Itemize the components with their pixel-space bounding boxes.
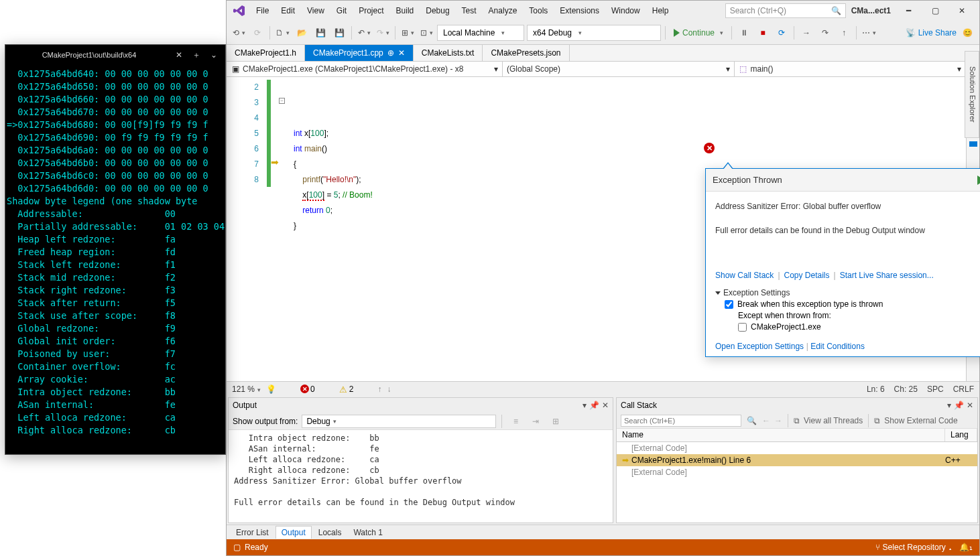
terminal-tab-close-icon[interactable]: ✕	[173, 49, 185, 61]
error-glyph-icon[interactable]: ✕	[704, 143, 715, 153]
eol-indicator[interactable]: CRLF	[953, 385, 974, 394]
terminal-tab-title[interactable]: CMakeProject1\out\build\x64	[11, 51, 168, 59]
indent-indicator[interactable]: SPC	[927, 385, 944, 394]
terminal-chevron-down-icon[interactable]: ⌄	[208, 49, 220, 61]
output-wrap-icon[interactable]: ⇥	[528, 413, 544, 429]
prev-issue-icon[interactable]: ↑	[377, 385, 381, 394]
line-indicator[interactable]: Ln: 6	[867, 385, 885, 394]
tool-tab-output[interactable]: Output	[275, 526, 312, 539]
menu-help[interactable]: Help	[647, 4, 674, 17]
callstack-row[interactable]: ➡CMakeProject1.exe!main() Line 6C++	[617, 454, 977, 466]
pin-icon[interactable]: ⊕	[387, 48, 394, 58]
save-button[interactable]: 💾	[312, 25, 328, 41]
except-item-checkbox[interactable]	[738, 323, 747, 332]
exception-continue-icon[interactable]	[977, 176, 980, 185]
health-icon[interactable]: 💡	[266, 385, 276, 394]
tab-close-icon[interactable]: ✕	[398, 48, 405, 58]
nav-project-combo[interactable]: ▣ CMakeProject1.exe (CMakeProject1\CMake…	[227, 62, 503, 76]
target-combo[interactable]: Local Machine	[437, 25, 524, 41]
nav-member-combo[interactable]: ⬚ main()▾	[735, 62, 967, 76]
callstack-search-input[interactable]	[621, 415, 741, 427]
terminal-titlebar[interactable]: CMakeProject1\out\build\x64 ✕ ＋ ⌄	[5, 45, 225, 65]
col-indicator[interactable]: Ch: 25	[894, 385, 918, 394]
save-all-button[interactable]: 💾	[331, 25, 347, 41]
break-checkbox[interactable]	[725, 300, 733, 309]
solution-name[interactable]: CMa...ect1	[851, 6, 891, 15]
menu-view[interactable]: View	[302, 4, 330, 17]
continue-button[interactable]: Continue	[670, 28, 727, 38]
collapse-icon[interactable]: −	[279, 98, 285, 104]
notifications-icon[interactable]: 🔔₁	[959, 543, 973, 552]
nav-back-icon[interactable]: ←	[762, 416, 770, 425]
pause-button[interactable]: ⏸	[736, 25, 752, 41]
process-combo[interactable]: ⋯	[861, 25, 877, 41]
menu-git[interactable]: Git	[331, 4, 352, 17]
forward-button[interactable]: ⟳	[249, 25, 265, 41]
open-exception-settings-link[interactable]: Open Exception Settings	[715, 342, 804, 351]
feedback-icon[interactable]: 😊	[959, 25, 975, 41]
dropdown-icon[interactable]: ▾	[583, 401, 587, 410]
new-item-button[interactable]: 🗋	[274, 25, 291, 41]
output-source-combo[interactable]: Debug	[302, 415, 496, 428]
open-button[interactable]: 📂	[294, 25, 310, 41]
minimize-button[interactable]: ━	[896, 3, 920, 18]
menu-debug[interactable]: Debug	[420, 4, 454, 17]
doc-tab[interactable]: CMakeProject1.h	[227, 45, 305, 61]
show-external-button[interactable]: Show External Code	[884, 416, 957, 425]
menu-extensions[interactable]: Extensions	[554, 4, 605, 17]
dropdown-icon[interactable]: ▾	[947, 401, 951, 410]
step-over-button[interactable]: ↷	[817, 25, 833, 41]
stop-button[interactable]: ■	[755, 25, 771, 41]
nav-scope-combo[interactable]: (Global Scope)▾	[503, 62, 735, 76]
col-lang[interactable]: Lang	[945, 429, 977, 441]
menu-edit[interactable]: Edit	[275, 4, 300, 17]
live-share-button[interactable]: 📡 Live Share	[906, 28, 957, 38]
live-share-link[interactable]: Start Live Share session...	[840, 271, 934, 280]
menu-analyze[interactable]: Analyze	[483, 4, 523, 17]
restart-button[interactable]: ⟳	[774, 25, 790, 41]
view-threads-button[interactable]: View all Threads	[804, 416, 863, 425]
output-toggle-icon[interactable]: ⊞	[548, 413, 564, 429]
global-search-input[interactable]: Search (Ctrl+Q) 🔍	[725, 3, 846, 18]
tool-tab-watch-1[interactable]: Watch 1	[348, 527, 388, 539]
pin-icon[interactable]: 📌	[589, 401, 599, 410]
nav-fwd-icon[interactable]: →	[774, 416, 782, 425]
output-text[interactable]: Intra object redzone: bb ASan internal: …	[229, 430, 613, 523]
panel-close-icon[interactable]: ✕	[602, 401, 609, 410]
step-out-button[interactable]: ↑	[836, 25, 852, 41]
doc-tab[interactable]: CMakePresets.json	[483, 45, 569, 61]
step-into-button[interactable]: →	[798, 25, 814, 41]
undo-button[interactable]: ↶	[356, 25, 372, 41]
doc-tab[interactable]: CMakeProject1.cpp ⊕ ✕	[305, 45, 414, 61]
edit-conditions-link[interactable]: Edit Conditions	[810, 342, 865, 351]
show-call-stack-link[interactable]: Show Call Stack	[715, 271, 774, 280]
output-clear-icon[interactable]: ≡	[507, 413, 524, 429]
menu-window[interactable]: Window	[606, 4, 646, 17]
callstack-row[interactable]: [External Code]	[617, 442, 977, 454]
redo-button[interactable]: ↷	[375, 25, 391, 41]
menu-file[interactable]: File	[251, 4, 274, 17]
pin-icon[interactable]: 📌	[954, 401, 964, 410]
solution-explorer-tab[interactable]: Solution Explorer	[965, 51, 979, 138]
menu-tools[interactable]: Tools	[524, 4, 553, 17]
col-name[interactable]: Name	[617, 429, 945, 441]
copy-details-link[interactable]: Copy Details	[784, 271, 830, 280]
exception-settings-header[interactable]: Exception Settings	[715, 288, 980, 297]
maximize-button[interactable]: ▢	[923, 3, 947, 18]
tool-tab-locals[interactable]: Locals	[313, 527, 347, 539]
tool-tab-error-list[interactable]: Error List	[231, 527, 274, 539]
close-button[interactable]: ✕	[950, 3, 974, 18]
terminal-new-tab-icon[interactable]: ＋	[190, 49, 202, 61]
panel-close-icon[interactable]: ✕	[967, 401, 973, 410]
menu-test[interactable]: Test	[456, 4, 482, 17]
config-combo[interactable]: x64 Debug	[527, 25, 661, 41]
zoom-combo[interactable]: 121 %	[232, 385, 261, 394]
menu-build[interactable]: Build	[391, 4, 420, 17]
doc-tab[interactable]: CMakeLists.txt	[414, 45, 483, 61]
back-button[interactable]: ⟲	[231, 25, 247, 41]
startup-item-button[interactable]: ⊡	[418, 25, 434, 41]
select-repository-button[interactable]: ⑂ Select Repository ▴	[875, 543, 953, 552]
menu-project[interactable]: Project	[353, 4, 389, 17]
launch-targets-button[interactable]: ⊞	[400, 25, 416, 41]
search-icon[interactable]: 🔍	[747, 416, 757, 425]
